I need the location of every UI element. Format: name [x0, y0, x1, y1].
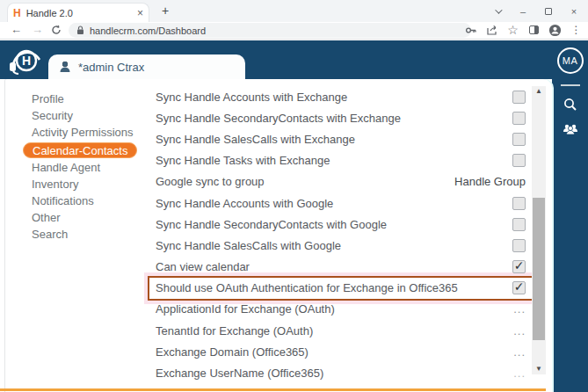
toolbar-actions: ☆ ⋮: [464, 23, 583, 37]
sidebar-item-handle-agent[interactable]: Handle Agent: [23, 159, 150, 176]
password-key-icon[interactable]: [464, 23, 477, 37]
sidebar-item-other[interactable]: Other: [23, 209, 150, 226]
setting-label: Exchange UserName (Office365): [156, 367, 323, 380]
handle-app: H *admin Ctrax MA: [0, 40, 588, 392]
bookmark-star-icon[interactable]: ☆: [506, 23, 519, 37]
setting-label: Sync Handle SalesCalls with Exchange: [156, 133, 355, 146]
side-panel-icon[interactable]: [527, 23, 541, 37]
sidebar-item-notifications[interactable]: Notifications: [23, 192, 150, 209]
scroll-down-arrow[interactable]: ▼: [532, 364, 546, 374]
settings-row-exchange-username-office365: Exchange UserName (Office365)...: [156, 362, 526, 383]
setting-value[interactable]: ...: [513, 367, 526, 380]
share-icon[interactable]: [485, 23, 498, 37]
setting-value[interactable]: Handle Group: [454, 175, 526, 188]
checkbox-unchecked[interactable]: [512, 218, 526, 231]
sidebar-list: ProfileSecurityActivity PermissionsCalen…: [23, 91, 150, 243]
avatar[interactable]: MA: [557, 47, 584, 74]
settings-row-sync-handle-secondarycontacts-with-exchange: Sync Handle SecondaryContacts with Excha…: [156, 107, 526, 128]
checkbox-unchecked[interactable]: [512, 112, 526, 125]
tab-title: Handle 2.0: [26, 8, 132, 18]
setting-label: Google sync to group: [156, 175, 265, 188]
setting-label: Sync Handle Tasks with Exchange: [156, 154, 330, 167]
settings-list: Sync Handle Accounts with ExchangeSync H…: [156, 86, 526, 384]
setting-label: Should use OAuth Authentication for Exch…: [156, 281, 458, 294]
settings-row-google-sync-to-group: Google sync to groupHandle Group: [156, 171, 526, 192]
setting-label: TenantId for Exchange (OAuth): [156, 324, 313, 338]
checkbox-unchecked[interactable]: [512, 91, 526, 104]
scrollbar-thumb[interactable]: [533, 198, 545, 340]
person-icon: [59, 61, 71, 73]
reload-icon[interactable]: [51, 25, 62, 35]
app-header: H *admin Ctrax: [0, 40, 588, 79]
settings-row-exchange-domain-office365: Exchange Domain (Office365)...: [156, 341, 526, 362]
forward-button[interactable]: →: [32, 23, 43, 36]
right-rail: MA: [552, 40, 588, 392]
rail-divider: [561, 84, 580, 86]
kebab-menu-icon[interactable]: ⋮: [570, 23, 583, 37]
browser-chrome: H Handle 2.0 × + – × ← → handlecrm: [0, 0, 588, 40]
user-tab[interactable]: *admin Ctrax: [48, 54, 245, 79]
settings-row-tenantid-for-exchange-oauth: TenantId for Exchange (OAuth)...: [156, 320, 526, 341]
checkbox-checked[interactable]: ✓: [512, 260, 526, 273]
sidebar-item-activity-permissions[interactable]: Activity Permissions: [23, 124, 150, 141]
setting-label: Sync Handle SecondaryContacts with Excha…: [156, 112, 401, 125]
browser-toolbar: ← → handlecrm.com/Dashboard ☆: [0, 22, 588, 40]
scroll-up-arrow[interactable]: ▲: [532, 86, 546, 97]
setting-label: Exchange Domain (Office365): [156, 345, 309, 359]
setting-value[interactable]: ...: [513, 324, 526, 338]
setting-label: Sync Handle Accounts with Exchange: [156, 91, 347, 104]
settings-row-can-view-calendar: Can view calendar✓: [156, 257, 526, 278]
checkbox-unchecked[interactable]: [512, 239, 526, 252]
sidebar-item-profile[interactable]: Profile: [23, 91, 150, 107]
bottom-accent-bar: [0, 388, 546, 391]
settings-row-sync-handle-salescalls-with-exchange: Sync Handle SalesCalls with Exchange: [156, 128, 526, 149]
scrollbar[interactable]: ▲ ▼: [532, 86, 546, 374]
sidebar-item-calendar-contacts[interactable]: Calendar-Contacts: [23, 142, 137, 158]
settings-row-sync-handle-tasks-with-exchange: Sync Handle Tasks with Exchange: [156, 150, 526, 171]
settings-row-sync-handle-salescalls-with-google: Sync Handle SalesCalls with Google: [156, 235, 526, 256]
settings-row-sync-handle-accounts-with-google: Sync Handle Accounts with Google: [156, 192, 526, 214]
sidebar-item-search[interactable]: Search: [23, 226, 150, 243]
settings-row-sync-handle-accounts-with-exchange: Sync Handle Accounts with Exchange: [156, 86, 526, 107]
checkbox-checked[interactable]: ✓: [512, 281, 526, 294]
new-tab-button[interactable]: +: [162, 4, 169, 18]
checkbox-unchecked[interactable]: [512, 197, 526, 210]
close-window-button[interactable]: ×: [569, 6, 579, 17]
settings-row-applicationid-for-exchange-oauth: ApplicationId for Exchange (OAuth)...: [156, 299, 526, 320]
sidebar-item-security[interactable]: Security: [23, 107, 150, 124]
minimize-button[interactable]: –: [518, 6, 528, 17]
user-tab-label: *admin Ctrax: [78, 61, 144, 74]
setting-value[interactable]: ...: [513, 345, 526, 359]
setting-label: Sync Handle Accounts with Google: [156, 197, 333, 210]
handle-logo-icon: H: [7, 43, 46, 80]
sidebar-item-inventory[interactable]: Inventory: [23, 176, 150, 192]
setting-label: ApplicationId for Exchange (OAuth): [156, 302, 335, 316]
screen: H Handle 2.0 × + – × ← → handlecrm: [0, 0, 588, 392]
back-button[interactable]: ←: [11, 23, 22, 36]
restore-button[interactable]: [543, 8, 554, 15]
profile-avatar-icon[interactable]: [548, 23, 562, 37]
setting-label: Sync Handle SalesCalls with Google: [156, 239, 341, 252]
window-controls: – ×: [492, 0, 586, 22]
setting-label: Sync Handle SecondaryContacts with Googl…: [156, 218, 387, 231]
settings-panel: ProfileSecurityActivity PermissionsCalen…: [5, 79, 552, 392]
users-group-icon[interactable]: [552, 123, 588, 135]
handle-favicon-icon: H: [13, 8, 21, 18]
settings-row-sync-handle-secondarycontacts-with-google: Sync Handle SecondaryContacts with Googl…: [156, 214, 526, 235]
close-tab-icon[interactable]: ×: [137, 7, 143, 19]
checkbox-unchecked[interactable]: [512, 133, 526, 146]
checkbox-unchecked[interactable]: [512, 154, 526, 167]
address-bar[interactable]: handlecrm.com/Dashboard: [69, 23, 471, 38]
tab-strip: H Handle 2.0 × + – ×: [0, 0, 588, 22]
svg-text:H: H: [22, 54, 31, 68]
lock-icon: [76, 25, 84, 35]
search-icon[interactable]: [552, 98, 588, 112]
url-text: handlecrm.com/Dashboard: [90, 25, 206, 36]
setting-label: Can view calendar: [156, 260, 250, 273]
browser-tab[interactable]: H Handle 2.0 ×: [7, 3, 149, 22]
settings-row-should-use-oauth-authentication-for-exchange-in-office365: Should use OAuth Authentication for Exch…: [149, 278, 534, 299]
setting-value[interactable]: ...: [513, 302, 526, 316]
chevron-down-icon[interactable]: [492, 9, 503, 14]
